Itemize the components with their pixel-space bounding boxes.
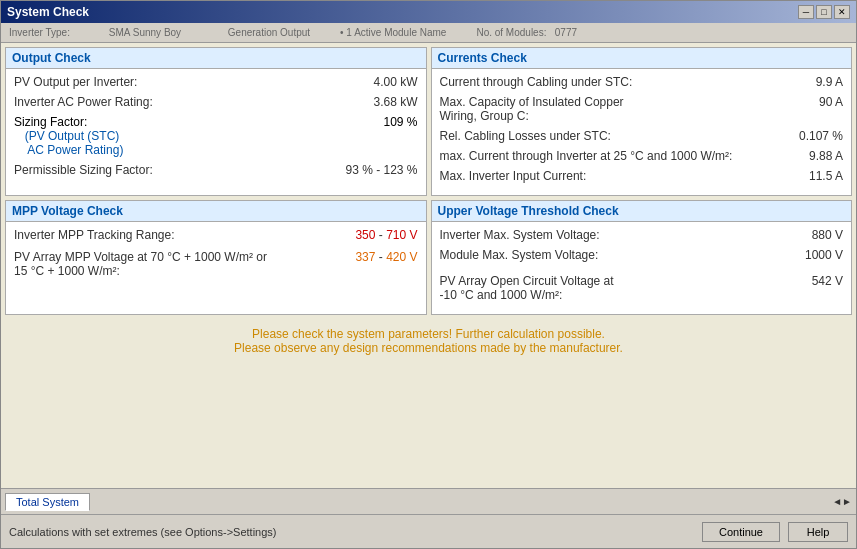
module-max-voltage-label: Module Max. System Voltage: bbox=[440, 248, 764, 262]
generation-status-label: Generation Output bbox=[211, 27, 310, 38]
title-bar: System Check ─ □ ✕ bbox=[1, 1, 856, 23]
max-inverter-input-value: 11.5 A bbox=[763, 169, 843, 183]
max-current-inverter-label: max. Current through Inverter at 25 °C a… bbox=[440, 149, 764, 163]
pv-output-label: PV Output per Inverter: bbox=[14, 75, 338, 89]
current-cabling-label: Current through Cabling under STC: bbox=[440, 75, 764, 89]
max-capacity-label: Max. Capacity of Insulated CopperWiring,… bbox=[440, 95, 764, 123]
bottom-tabs: Total System ◄ ► bbox=[1, 488, 856, 514]
top-panels: Output Check PV Output per Inverter: 4.0… bbox=[5, 47, 852, 196]
upper-voltage-body: Inverter Max. System Voltage: 880 V Modu… bbox=[432, 222, 852, 314]
tab-arrows: ◄ ► bbox=[832, 496, 852, 507]
bottom-panels: MPP Voltage Check Inverter MPP Tracking … bbox=[5, 200, 852, 315]
permissible-row: Permissible Sizing Factor: 93 % - 123 % bbox=[14, 163, 418, 177]
sizing-formula-2: AC Power Rating) bbox=[18, 143, 123, 157]
mpp-array-min: 337 bbox=[355, 250, 375, 264]
pv-open-circuit-value: 542 V bbox=[763, 274, 843, 288]
permissible-label: Permissible Sizing Factor: bbox=[14, 163, 338, 177]
module-status-label: • 1 Active Module Name bbox=[340, 27, 446, 38]
pv-open-circuit-row: PV Array Open Circuit Voltage at-10 °C a… bbox=[440, 274, 844, 302]
pv-output-row: PV Output per Inverter: 4.00 kW bbox=[14, 75, 418, 89]
mpp-check-title: MPP Voltage Check bbox=[6, 201, 426, 222]
max-current-inverter-row: max. Current through Inverter at 25 °C a… bbox=[440, 149, 844, 163]
inverter-max-voltage-label: Inverter Max. System Voltage: bbox=[440, 228, 764, 242]
mpp-range-value: 350 - 710 V bbox=[338, 228, 418, 242]
module-max-voltage-row: Module Max. System Voltage: 1000 V bbox=[440, 248, 844, 262]
max-inverter-input-row: Max. Inverter Input Current: 11.5 A bbox=[440, 169, 844, 183]
output-check-body: PV Output per Inverter: 4.00 kW Inverter… bbox=[6, 69, 426, 189]
mpp-array-max: 420 V bbox=[386, 250, 417, 264]
inverter-ac-label: Inverter AC Power Rating: bbox=[14, 95, 338, 109]
system-check-window: System Check ─ □ ✕ Inverter Type: SMA Su… bbox=[0, 0, 857, 549]
inverter-max-voltage-value: 880 V bbox=[763, 228, 843, 242]
upper-voltage-panel: Upper Voltage Threshold Check Inverter M… bbox=[431, 200, 853, 315]
output-check-title: Output Check bbox=[6, 48, 426, 69]
mpp-array-row: PV Array MPP Voltage at 70 °C + 1000 W/m… bbox=[14, 250, 418, 278]
mpp-array-value: 337 - 420 V bbox=[338, 250, 418, 264]
sizing-factor-row: Sizing Factor: (PV Output (STC) AC Power… bbox=[14, 115, 418, 157]
current-cabling-value: 9.9 A bbox=[763, 75, 843, 89]
max-capacity-row: Max. Capacity of Insulated CopperWiring,… bbox=[440, 95, 844, 123]
warning-line1: Please check the system parameters! Furt… bbox=[13, 327, 844, 341]
sizing-factor-label: Sizing Factor: (PV Output (STC) AC Power… bbox=[14, 115, 123, 157]
warning-area: Please check the system parameters! Furt… bbox=[5, 319, 852, 363]
max-capacity-value: 90 A bbox=[763, 95, 843, 109]
mpp-check-panel: MPP Voltage Check Inverter MPP Tracking … bbox=[5, 200, 427, 315]
main-content: Output Check PV Output per Inverter: 4.0… bbox=[1, 43, 856, 488]
mpp-array-label: PV Array MPP Voltage at 70 °C + 1000 W/m… bbox=[14, 250, 338, 278]
inverter-ac-value: 3.68 kW bbox=[338, 95, 418, 109]
rel-cabling-row: Rel. Cabling Losses under STC: 0.107 % bbox=[440, 129, 844, 143]
minimize-button[interactable]: ─ bbox=[798, 5, 814, 19]
status-text: Calculations with set extremes (see Opti… bbox=[9, 526, 276, 538]
warning-line2: Please observe any design recommendation… bbox=[13, 341, 844, 355]
window-title: System Check bbox=[7, 5, 89, 19]
inverter-ac-row: Inverter AC Power Rating: 3.68 kW bbox=[14, 95, 418, 109]
close-button[interactable]: ✕ bbox=[834, 5, 850, 19]
window-controls: ─ □ ✕ bbox=[798, 5, 850, 19]
continue-button[interactable]: Continue bbox=[702, 522, 780, 542]
upper-voltage-title: Upper Voltage Threshold Check bbox=[432, 201, 852, 222]
help-button[interactable]: Help bbox=[788, 522, 848, 542]
pv-output-value: 4.00 kW bbox=[338, 75, 418, 89]
pv-open-circuit-label: PV Array Open Circuit Voltage at-10 °C a… bbox=[440, 274, 764, 302]
mpp-check-body: Inverter MPP Tracking Range: 350 - 710 V… bbox=[6, 222, 426, 290]
total-system-tab[interactable]: Total System bbox=[5, 493, 90, 511]
mpp-range-label: Inverter MPP Tracking Range: bbox=[14, 228, 338, 242]
inverter-max-voltage-row: Inverter Max. System Voltage: 880 V bbox=[440, 228, 844, 242]
maximize-button[interactable]: □ bbox=[816, 5, 832, 19]
action-buttons: Continue Help bbox=[702, 522, 848, 542]
current-cabling-row: Current through Cabling under STC: 9.9 A bbox=[440, 75, 844, 89]
module-max-voltage-value: 1000 V bbox=[763, 248, 843, 262]
permissible-value: 93 % - 123 % bbox=[338, 163, 418, 177]
mpp-range-min: 350 bbox=[355, 228, 375, 242]
inverter-type-label: Inverter Type: SMA Sunny Boy bbox=[9, 27, 181, 38]
sizing-factor-section: Sizing Factor: (PV Output (STC) AC Power… bbox=[14, 115, 418, 157]
sizing-formula-1: (PV Output (STC) bbox=[18, 129, 119, 143]
max-current-inverter-value: 9.88 A bbox=[763, 149, 843, 163]
output-check-panel: Output Check PV Output per Inverter: 4.0… bbox=[5, 47, 427, 196]
sizing-factor-value: 109 % bbox=[383, 115, 417, 157]
mpp-range-row: Inverter MPP Tracking Range: 350 - 710 V bbox=[14, 228, 418, 242]
rel-cabling-value: 0.107 % bbox=[763, 129, 843, 143]
currents-check-title: Currents Check bbox=[432, 48, 852, 69]
mpp-range-max: 710 V bbox=[386, 228, 417, 242]
max-inverter-input-label: Max. Inverter Input Current: bbox=[440, 169, 764, 183]
currents-check-panel: Currents Check Current through Cabling u… bbox=[431, 47, 853, 196]
module-count-label: No. of Modules: 0777 bbox=[476, 27, 577, 38]
currents-check-body: Current through Cabling under STC: 9.9 A… bbox=[432, 69, 852, 195]
status-bar: Calculations with set extremes (see Opti… bbox=[1, 514, 856, 548]
scroll-right-icon[interactable]: ► bbox=[842, 496, 852, 507]
rel-cabling-label: Rel. Cabling Losses under STC: bbox=[440, 129, 764, 143]
scroll-left-icon[interactable]: ◄ bbox=[832, 496, 842, 507]
header-info: Inverter Type: SMA Sunny Boy Generation … bbox=[1, 23, 856, 43]
